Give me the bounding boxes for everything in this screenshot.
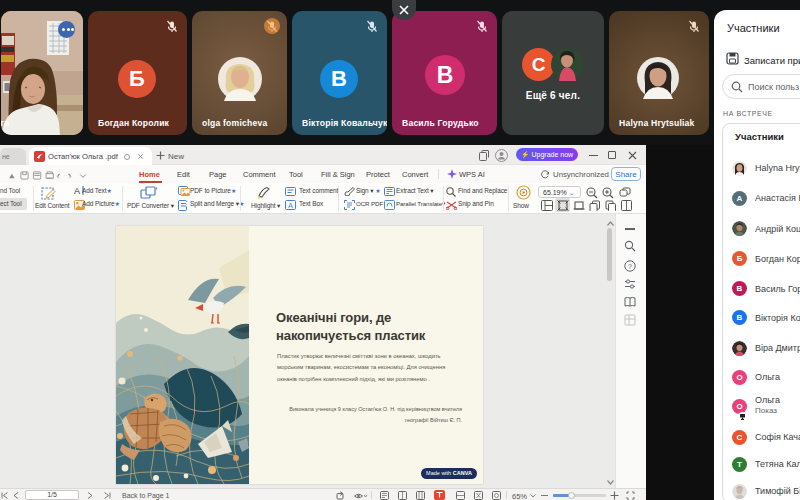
svg-text:A: A bbox=[288, 201, 293, 210]
svg-text:?: ? bbox=[628, 263, 632, 270]
svg-text:A: A bbox=[74, 186, 80, 195]
